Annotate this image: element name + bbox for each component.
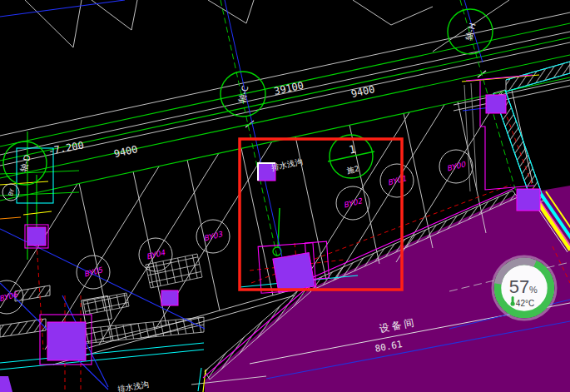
- gauge-temperature: 42°C: [516, 299, 534, 308]
- gauge-percent-unit: %: [529, 285, 538, 295]
- monitor-gauge[interactable]: 57 % 42°C: [489, 253, 559, 323]
- cad-canvas[interactable]: 轴-C 轴-H 轴-D 1 施2 BY BY00 BY01 BY02 B: [0, 0, 570, 392]
- cad-viewport[interactable]: 轴-C 轴-H 轴-D 1 施2 BY BY00 BY01 BY02 B: [0, 0, 570, 392]
- gauge-percent-value: 57: [509, 276, 529, 297]
